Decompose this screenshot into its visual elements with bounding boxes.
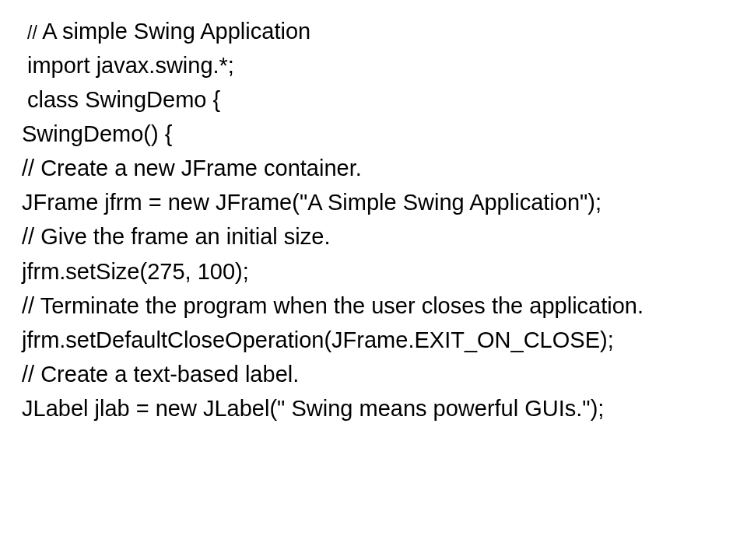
code-line: // Give the frame an initial size. [22, 219, 725, 254]
code-line: // Terminate the program when the user c… [22, 289, 725, 323]
code-line: // Create a new JFrame container. [22, 151, 725, 185]
code-text: // Create a new JFrame container. [22, 156, 362, 180]
code-text: A simple Swing Application [42, 19, 310, 44]
code-text: SwingDemo() { [22, 121, 172, 146]
code-text: jfrm.setSize(275, 100); [22, 259, 249, 284]
code-text: JFrame jfrm = new JFrame("A Simple Swing… [22, 190, 601, 215]
code-line: import javax.swing.*; [22, 48, 725, 82]
comment-prefix: // [27, 23, 42, 43]
code-text: // Terminate the program when the user c… [22, 293, 644, 318]
code-text: JLabel jlab = new JLabel(" Swing means p… [22, 396, 604, 421]
code-text: import javax.swing.*; [27, 53, 234, 78]
code-line: class SwingDemo { [22, 82, 725, 117]
code-line: // Create a text-based label. [22, 357, 725, 391]
code-text: // Give the frame an initial size. [22, 224, 331, 249]
code-line: // A simple Swing Application [22, 14, 725, 48]
code-text: class SwingDemo { [27, 87, 220, 112]
code-line: JLabel jlab = new JLabel(" Swing means p… [22, 391, 725, 425]
code-line: SwingDemo() { [22, 117, 725, 151]
code-line: JFrame jfrm = new JFrame("A Simple Swing… [22, 185, 725, 219]
code-text: jfrm.setDefaultCloseOperation(JFrame.EXI… [22, 327, 614, 352]
code-line: jfrm.setDefaultCloseOperation(JFrame.EXI… [22, 323, 725, 357]
code-slide-content: // A simple Swing Application import jav… [22, 14, 725, 425]
code-text: // Create a text-based label. [22, 362, 299, 387]
code-line: jfrm.setSize(275, 100); [22, 254, 725, 289]
